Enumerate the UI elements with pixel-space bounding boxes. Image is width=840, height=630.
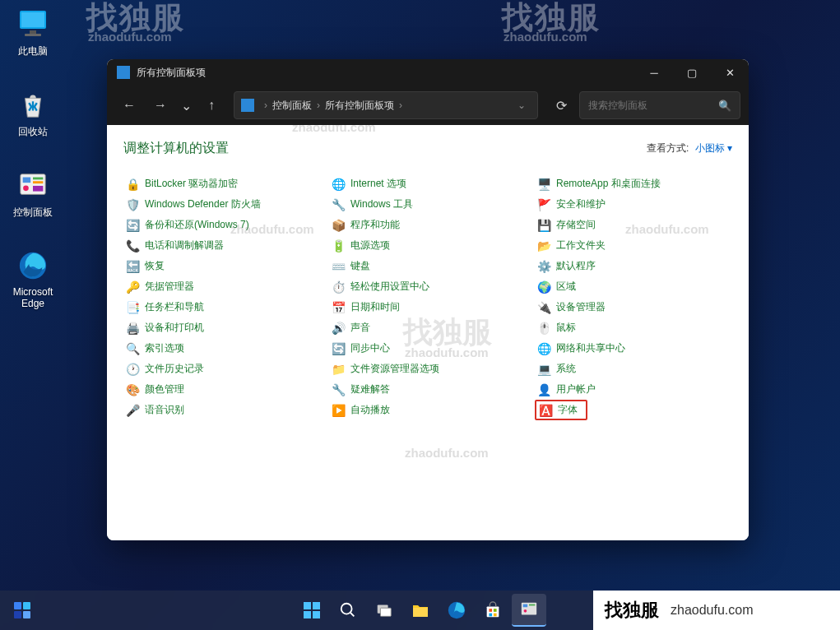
item-icon: 💾 [536, 218, 551, 233]
control-panel-item[interactable]: 🌐Internet 选项 [329, 174, 527, 194]
svg-point-19 [341, 604, 351, 614]
control-panel-item[interactable]: 🔑凭据管理器 [123, 276, 321, 297]
item-icon: 🎨 [125, 382, 140, 397]
svg-rect-7 [33, 181, 43, 183]
control-panel-taskbar[interactable] [512, 594, 546, 627]
control-panel-item[interactable]: 📁文件资源管理器选项 [329, 359, 527, 379]
control-panel-item[interactable]: 📦程序和功能 [329, 215, 527, 235]
control-panel-item[interactable]: 🛡️Windows Defender 防火墙 [123, 194, 321, 215]
control-panel-item[interactable]: 👤用户帐户 [535, 379, 732, 400]
control-panel-item[interactable]: 🔧Windows 工具 [329, 194, 527, 215]
search-button[interactable] [331, 594, 365, 627]
chevron-down-icon[interactable]: ⌄ [517, 100, 526, 111]
item-label: 程序和功能 [350, 218, 400, 232]
minimize-button[interactable]: ─ [635, 59, 673, 86]
explorer-button[interactable] [403, 594, 438, 627]
back-button[interactable]: ← [115, 91, 143, 119]
widgets-button[interactable] [5, 595, 39, 625]
start-button[interactable] [295, 594, 329, 627]
control-panel-item[interactable]: 🖥️RemoteApp 和桌面连接 [535, 174, 732, 194]
item-icon: 📂 [536, 239, 551, 253]
item-label: 同步中心 [350, 341, 390, 355]
control-panel-item[interactable]: 🕐文件历史记录 [123, 359, 321, 379]
corner-big: 找独服 [605, 598, 659, 623]
control-panel-item[interactable]: 📅日期和时间 [329, 297, 527, 317]
forward-button[interactable]: → [146, 91, 174, 119]
item-label: 键盘 [350, 259, 370, 273]
breadcrumb-root[interactable]: 控制面板 [272, 99, 312, 113]
breadcrumb-current[interactable]: 所有控制面板项 [325, 99, 394, 113]
control-panel-item[interactable]: 🔌设备管理器 [535, 297, 732, 317]
svg-rect-9 [33, 186, 43, 192]
control-panel-item[interactable]: 🔍索引选项 [123, 338, 321, 359]
item-icon: 🔧 [331, 197, 346, 212]
recent-dropdown[interactable]: ⌄ [178, 91, 194, 119]
control-panel-item[interactable]: 💾存储空间 [535, 215, 732, 235]
control-panel-item[interactable]: ⌨️键盘 [329, 256, 527, 276]
maximize-button[interactable]: ▢ [673, 59, 711, 86]
control-panel-item[interactable]: 🌐网络和共享中心 [535, 338, 732, 359]
close-button[interactable]: ✕ [711, 59, 749, 86]
svg-rect-14 [23, 611, 30, 618]
item-label: 默认程序 [556, 259, 596, 273]
control-panel-item[interactable]: 🎤语音识别 [123, 400, 321, 420]
item-icon: 🚩 [536, 197, 551, 212]
desktop-icon-edge[interactable]: Microsoft Edge [0, 248, 66, 309]
control-panel-item[interactable]: 📞电话和调制解调器 [123, 235, 321, 256]
control-panel-item[interactable]: 🖱️鼠标 [535, 317, 732, 338]
control-panel-item[interactable]: ⚙️默认程序 [535, 256, 732, 276]
desktop-icon-recycle-bin[interactable]: 回收站 [0, 87, 66, 139]
control-panel-item[interactable]: 🔒BitLocker 驱动器加密 [123, 174, 321, 194]
control-panel-item[interactable]: 🔊声音 [329, 317, 527, 338]
svg-rect-32 [529, 605, 535, 606]
column: 🖥️RemoteApp 和桌面连接🚩安全和维护💾存储空间📂工作文件夹⚙️默认程序… [535, 174, 732, 420]
item-label: 工作文件夹 [556, 239, 606, 252]
control-panel-item[interactable]: 🔙恢复 [123, 256, 321, 276]
sep-icon: › [317, 100, 320, 111]
control-panel-item[interactable]: 🔄备份和还原(Windows 7) [123, 215, 321, 235]
desktop-icon-label: 回收站 [18, 125, 48, 139]
task-view-button[interactable] [367, 594, 401, 627]
control-panel-item[interactable]: 💻系统 [535, 359, 732, 379]
store-button[interactable] [476, 594, 510, 627]
desktop-icon-label: 控制面板 [13, 206, 53, 220]
svg-rect-17 [304, 611, 311, 618]
control-panel-item[interactable]: 🖨️设备和打印机 [123, 317, 321, 338]
item-icon: 🔙 [125, 259, 140, 274]
control-panel-item[interactable]: 🔄同步中心 [329, 338, 527, 359]
search-box[interactable]: 🔍 [579, 91, 740, 119]
item-icon: 🖱️ [536, 321, 551, 336]
item-icon: 🎤 [125, 403, 140, 418]
control-panel-item[interactable]: 📂工作文件夹 [535, 235, 732, 256]
watermark-url: zhaodufu.com [405, 446, 489, 460]
window-icon [117, 66, 130, 79]
control-panel-window: 所有控制面板项 ─ ▢ ✕ ← → ⌄ ↑ › 控制面板 › 所有控制面板项 ›… [107, 59, 749, 540]
svg-rect-13 [14, 611, 21, 618]
control-panel-item[interactable]: 📑任务栏和导航 [123, 297, 321, 317]
search-input[interactable] [588, 100, 718, 111]
content-area: 调整计算机的设置 查看方式: 小图标 ▾ 🔒BitLocker 驱动器加密🛡️W… [107, 125, 749, 540]
control-panel-item[interactable]: 🚩安全和维护 [535, 194, 732, 215]
item-label: 文件资源管理器选项 [350, 362, 439, 376]
address-bar[interactable]: › 控制面板 › 所有控制面板项 › ⌄ [234, 91, 538, 119]
control-panel-item[interactable]: ▶️自动播放 [329, 400, 527, 420]
control-panel-item[interactable]: ⏱️轻松使用设置中心 [329, 276, 527, 297]
item-icon: 🌍 [536, 280, 551, 294]
viewby-dropdown[interactable]: 小图标 ▾ [695, 142, 732, 154]
desktop-icon-this-pc[interactable]: 此电脑 [0, 7, 66, 58]
item-icon: 🔄 [125, 218, 140, 233]
control-panel-item[interactable]: 🔋电源选项 [329, 235, 527, 256]
control-panel-icon [16, 168, 50, 202]
item-label: 索引选项 [145, 341, 184, 355]
desktop-icon-control-panel[interactable]: 控制面板 [0, 168, 66, 220]
item-label: 系统 [556, 362, 576, 376]
control-panel-item[interactable]: 🔧疑难解答 [329, 379, 527, 400]
control-panel-item[interactable]: 🅰️字体 [535, 400, 587, 420]
up-button[interactable]: ↑ [197, 91, 225, 119]
control-panel-item[interactable]: 🎨颜色管理 [123, 379, 321, 400]
control-panel-item[interactable]: 🌍区域 [535, 276, 732, 297]
item-label: 电话和调制解调器 [145, 239, 224, 252]
edge-button[interactable] [439, 594, 474, 627]
refresh-button[interactable]: ⟳ [546, 91, 576, 119]
desktop-icon-label: 此电脑 [18, 44, 48, 58]
